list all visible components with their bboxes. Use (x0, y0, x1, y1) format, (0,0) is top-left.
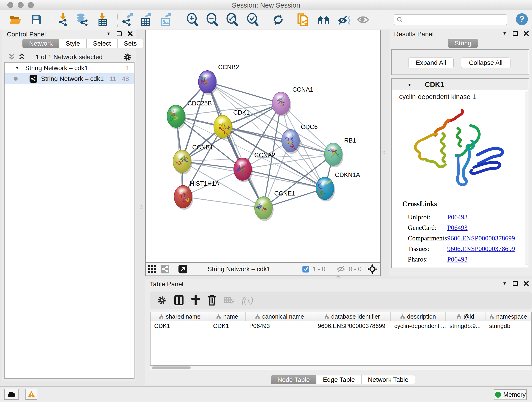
tab-node-table[interactable]: Node Table (271, 375, 317, 384)
panel-close-icon[interactable] (524, 281, 529, 286)
import-table-file-icon[interactable] (96, 13, 109, 26)
network-node-RB1[interactable]: RB1 (324, 137, 356, 167)
network-node-CCNE1[interactable]: CCNE1 (254, 190, 295, 221)
delete-table-icon (224, 296, 234, 304)
crosslink-link[interactable]: P06493 (447, 224, 468, 231)
column-header-shared-name[interactable]: shared name (151, 312, 209, 321)
bottom-divider-grip[interactable] (336, 276, 341, 279)
results-scrollbar[interactable] (525, 91, 528, 265)
fit-selected-crosshair-icon[interactable] (367, 264, 377, 274)
zoom-selected-icon[interactable] (246, 13, 260, 26)
crosslink-row: Tissues:9606.ENSP00000378699 (402, 243, 526, 254)
panel-maximize-icon[interactable] (117, 31, 122, 36)
crosslink-label: Pharos: (402, 255, 447, 263)
delete-column-icon[interactable] (208, 295, 216, 306)
save-session-icon[interactable] (29, 13, 43, 26)
column-header-label: description (407, 313, 436, 320)
crosslink-row: GeneCard:P06493 (402, 222, 526, 233)
hide-selected-icon[interactable] (337, 13, 351, 26)
table-cell[interactable]: cyclin-dependent ... (391, 321, 446, 331)
selected-checkbox-icon[interactable] (302, 266, 309, 273)
memory-button[interactable]: Memory (494, 389, 527, 400)
table-settings-gear-icon[interactable] (157, 295, 167, 305)
toolbar-divider (179, 13, 179, 27)
left-divider-grip[interactable] (140, 205, 143, 209)
cloud-status-button[interactable] (4, 389, 19, 400)
collection-expand-icon[interactable]: ▼ (15, 65, 19, 70)
tab-edge-table[interactable]: Edge Table (317, 375, 361, 384)
search-input[interactable] (394, 14, 507, 25)
table-cell[interactable]: CDK1 (151, 321, 209, 331)
birdseye-view-icon[interactable] (177, 263, 189, 275)
column-header--id[interactable]: @id (446, 312, 486, 321)
import-network-file-icon[interactable] (56, 13, 70, 26)
home-layout-icon[interactable] (317, 13, 330, 26)
expand-all-button[interactable]: Expand All (408, 57, 454, 68)
import-network-database-icon[interactable] (75, 13, 89, 26)
network-node-HIST1H1A[interactable]: HIST1H1A (174, 180, 219, 210)
column-header-database-identifier[interactable]: database identifier (314, 312, 391, 321)
crosslink-link[interactable]: 9606.ENSP00000378699 (447, 245, 515, 253)
column-header-description[interactable]: description (391, 312, 446, 321)
network-edge[interactable] (243, 169, 325, 188)
column-header-name[interactable]: name (209, 312, 246, 321)
help-button[interactable]: ? (516, 13, 528, 25)
crosslink-link[interactable]: P06493 (447, 255, 468, 263)
network-collection-row[interactable]: ▼ String Network – cdk1 1 (5, 63, 134, 73)
network-share-icon[interactable] (158, 263, 171, 275)
hidden-eye-icon[interactable] (337, 266, 346, 273)
tab-network[interactable]: Network (22, 39, 59, 48)
tab-select[interactable]: Select (87, 39, 118, 48)
panel-maximize-icon[interactable] (513, 31, 518, 36)
table-cell[interactable]: P06493 (246, 321, 314, 331)
table-cell[interactable]: 9606.ENSP00000378699 (314, 321, 391, 331)
zoom-out-icon[interactable] (205, 13, 219, 26)
warnings-button[interactable] (25, 389, 37, 400)
grid-view-icon[interactable] (146, 263, 158, 275)
network-edge[interactable] (183, 197, 264, 208)
column-header-namespace[interactable]: namespace (486, 312, 531, 321)
gene-collapse-icon[interactable]: ▼ (407, 82, 412, 87)
export-table-icon[interactable] (139, 13, 152, 26)
network-row[interactable]: String Network – cdk1 11 48 (5, 73, 134, 84)
network-options-gear-icon[interactable] (123, 53, 132, 61)
tab-style[interactable]: Style (59, 39, 87, 48)
refresh-icon[interactable] (271, 13, 285, 26)
column-header-canonical-name[interactable]: canonical name (246, 312, 314, 321)
collapse-all-button[interactable]: Collapse All (461, 57, 510, 68)
right-divider-grip[interactable] (382, 151, 385, 154)
crosslink-link[interactable]: 9606.ENSP00000378699 (447, 235, 515, 242)
add-column-icon[interactable] (191, 295, 200, 305)
node-table[interactable]: shared namenamecanonical namedatabase id… (150, 312, 532, 366)
tab-sets[interactable]: Sets (118, 39, 143, 48)
show-all-icon[interactable] (356, 13, 370, 26)
network-node-CCNA1[interactable]: CCNA1 (272, 86, 313, 116)
table-cell[interactable]: stringdb (486, 321, 531, 331)
zoom-in-icon[interactable] (186, 13, 199, 26)
zoom-fit-icon[interactable] (225, 13, 239, 26)
tab-string[interactable]: String (448, 39, 478, 48)
table-cell[interactable]: CDK1 (209, 321, 246, 331)
table-cell[interactable]: stringdb:9... (446, 321, 486, 331)
export-image-icon[interactable] (159, 13, 173, 26)
table-horizontal-scrollbar[interactable] (150, 366, 532, 370)
panel-maximize-icon[interactable] (513, 281, 518, 286)
copy-style-icon[interactable] (296, 13, 310, 26)
network-edge[interactable] (207, 82, 281, 103)
panel-float-icon[interactable]: ▼ (502, 31, 507, 36)
network-view-canvas[interactable]: CCNB2CCNA1CDC25BCDK1CDC6RB1CCNB1CCNA2CDK… (145, 30, 381, 263)
tab-network-table[interactable]: Network Table (361, 375, 415, 384)
crosslink-link[interactable]: P06493 (447, 213, 468, 221)
panel-float-icon[interactable]: ▼ (502, 281, 507, 286)
show-columns-icon[interactable] (174, 295, 184, 305)
panel-float-icon[interactable]: ▼ (106, 31, 111, 36)
panel-close-icon[interactable] (128, 31, 133, 36)
gene-section-header[interactable]: ▼ CDK1 (392, 79, 528, 90)
scrollbar-thumb[interactable] (152, 366, 191, 369)
open-session-icon[interactable] (9, 13, 22, 26)
table-row[interactable]: CDK1CDK1P064939606.ENSP00000378699cyclin… (151, 321, 531, 331)
export-network-icon[interactable] (120, 13, 134, 26)
search-field[interactable] (394, 14, 507, 25)
network-node-CDKN1A[interactable]: CDKN1A (316, 172, 360, 201)
panel-close-icon[interactable] (524, 31, 529, 36)
